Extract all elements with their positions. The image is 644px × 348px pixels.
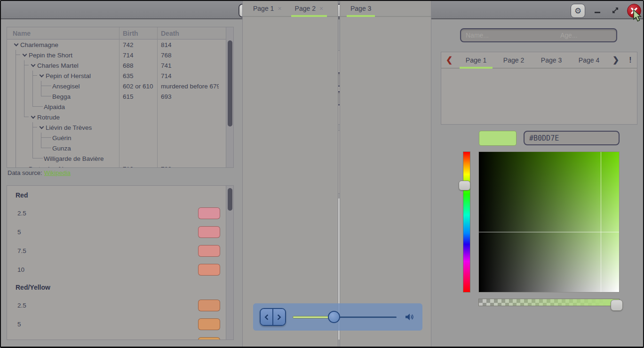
tree-name-cell: Guérin [7,133,119,143]
table-row[interactable]: Ansegisel602 or 610murdered before 679 [7,81,226,91]
tree-node-label: Ansegisel [52,83,80,90]
tree-node-label: Alpaida [44,103,65,111]
table-row[interactable]: Liévin de Trèves [7,122,226,133]
sv-cursor-hline [479,232,619,232]
tree-guide [29,122,37,133]
chevron-down-icon [31,114,35,119]
birth-cell: 688 [119,60,157,71]
tree-expander[interactable] [20,164,29,167]
table-row[interactable]: Alpaida [7,102,226,112]
hue-slider[interactable] [463,151,470,293]
scrollbar-thumb[interactable] [228,40,232,127]
tree-guide [29,102,37,112]
volume-button[interactable] [405,313,414,321]
list-item[interactable]: 10 [7,260,226,279]
table-row[interactable]: Gunza [7,143,226,153]
tree-name-cell: Liévin de Trèves [7,122,119,133]
tree-guide [37,133,46,143]
alpha-slider-handle[interactable] [611,300,623,311]
sv-cursor-vline [601,152,601,292]
close-icon[interactable]: × [278,5,281,12]
tab-page-1[interactable]: Page 1 [457,52,495,68]
chevron-down-icon [22,166,27,167]
active-tab-underline [347,15,375,17]
list-item[interactable]: 5 [7,222,226,241]
tree-expander[interactable] [20,50,29,60]
tree-name-cell: Begga [7,91,119,102]
minimize-button[interactable] [593,6,602,15]
tab-page-2[interactable]: Page 2× [288,0,330,16]
settings-button[interactable]: ⚙ [571,4,585,18]
color-chip [198,300,220,311]
tree-guide [20,71,29,81]
tree-guide [29,143,37,153]
tree-node-label: Begga [52,93,71,100]
tree-scrollbar[interactable] [226,27,233,167]
table-row[interactable]: Willigarde de Bavière [7,153,226,164]
previous-button[interactable] [261,309,272,325]
color-chip [198,318,220,330]
column-header-death[interactable]: Death [157,30,219,37]
media-slider[interactable] [293,310,397,324]
genealogy-table: Name Birth Death Charlemagne742814Pepin … [7,27,234,168]
table-row[interactable]: Pepin of Herstal635714 [7,71,226,81]
left-pane-tabbar: Page 1×Page 2× [243,0,338,17]
tab-page-2[interactable]: Page 2 [495,52,533,68]
tree-expander[interactable] [37,71,46,81]
wikipedia-link[interactable]: Wikipedia [44,169,71,176]
color-chip [198,264,220,276]
list-item[interactable]: 7.5 [7,333,226,340]
maximize-icon [611,6,620,15]
alpha-slider[interactable] [478,299,620,306]
death-cell: 768 [157,50,219,60]
table-row[interactable]: Bertrade of Laon710783 [7,164,226,167]
birth-cell [119,133,157,143]
tab-page-3[interactable]: Page 3 [344,0,378,16]
list-item[interactable]: 2.5 [7,296,226,315]
tab-page-4[interactable]: Page 4 [570,52,608,68]
table-row[interactable]: Rotrude [7,112,226,122]
tree-name-cell: Pepin of Herstal [7,71,119,81]
tree-expander[interactable] [12,40,20,50]
slider-handle[interactable] [328,311,340,323]
tab-label: Page 1 [253,5,274,12]
tree-expander[interactable] [29,60,37,71]
scroll-right-button[interactable]: ❯ [608,55,624,65]
death-cell [157,112,219,122]
column-header-name[interactable]: Name [7,30,119,37]
name-input[interactable] [461,29,556,41]
table-row[interactable]: Charlemagne742814 [7,40,226,50]
color-list-scrollbar[interactable] [226,186,233,340]
list-item[interactable]: 5 [7,315,226,333]
list-item-label: 5 [17,321,21,328]
hue-slider-handle[interactable] [459,181,470,190]
tree-guide [12,164,20,167]
hex-color-field[interactable] [524,131,620,145]
column-header-birth[interactable]: Birth [119,30,157,37]
list-item-label: 7.5 [17,340,26,340]
table-row[interactable]: Charles Martel688741 [7,60,226,71]
right-tabbar: ❮Page 1Page 2Page 3Page 4❯! [441,52,637,69]
table-row[interactable]: Guérin [7,133,226,143]
scroll-left-button[interactable]: ❮ [441,55,457,65]
list-item[interactable]: 2.5 [7,204,226,222]
age-input[interactable] [556,29,617,41]
scrollbar-thumb[interactable] [228,188,232,211]
right-pane-tabbar: Page 3 [340,0,431,17]
tree-expander[interactable] [29,112,37,122]
table-row[interactable]: Pepin the Short714768 [7,50,226,60]
maximize-button[interactable] [611,6,620,15]
tree-expander[interactable] [37,122,46,133]
data-source-label: Data source: [8,169,42,176]
list-item[interactable]: 7.5 [7,241,226,260]
tab-page-3[interactable]: Page 3 [533,52,570,68]
tree-guide [12,153,20,164]
chevron-left-icon [264,314,270,320]
tab-page-1[interactable]: Page 1× [246,0,288,16]
table-row[interactable]: Begga615693 [7,91,226,102]
saturation-value-square[interactable] [478,151,620,293]
birth-cell: 714 [119,50,157,60]
next-button[interactable] [272,309,285,325]
chevron-down-icon [31,62,35,67]
close-icon[interactable]: × [319,5,323,12]
